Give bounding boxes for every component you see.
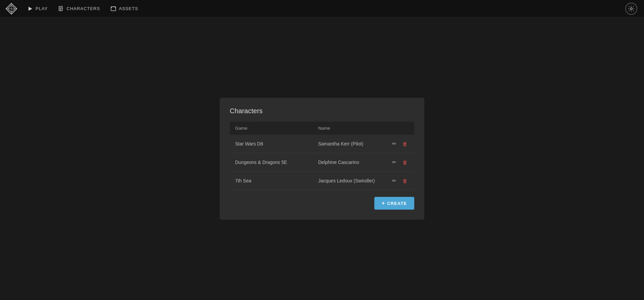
table-body: Star Wars D6 Samantha Kerr (Pilot) ✏ 🗑	[230, 135, 414, 190]
nav-item-characters[interactable]: CHARACTERS	[54, 3, 105, 14]
nav-item-play[interactable]: PLAY	[23, 3, 52, 14]
edit-button-3[interactable]: ✏	[391, 176, 398, 185]
play-icon	[28, 6, 33, 11]
settings-button[interactable]	[625, 3, 637, 15]
row-1-game: Star Wars D6	[230, 135, 313, 153]
trash-icon: 🗑	[402, 141, 408, 147]
table-row: 7th Sea Jacques Ledoux (Swindler) ✏ 🗑	[230, 172, 414, 190]
characters-icon	[58, 6, 64, 11]
table-header-row: Game Name	[230, 122, 414, 135]
create-button[interactable]: + CREATE	[374, 197, 414, 210]
delete-button-2[interactable]: 🗑	[401, 158, 409, 167]
edit-button-1[interactable]: ✏	[391, 139, 398, 148]
assets-icon	[111, 6, 116, 11]
panel-title: Characters	[230, 107, 414, 115]
edit-button-2[interactable]: ✏	[391, 158, 398, 167]
characters-panel: Characters Game Name Star Wars D6 Samant…	[220, 98, 424, 220]
app-logo[interactable]	[5, 3, 17, 15]
nav-items: PLAY CHARACTERS ASSETS	[23, 3, 143, 14]
table-row: Dungeons & Dragons 5E Delphine Cascarino…	[230, 153, 414, 172]
nav-assets-label: ASSETS	[119, 6, 138, 11]
plus-icon: +	[382, 200, 385, 206]
characters-table: Game Name Star Wars D6 Samantha Kerr (Pi…	[230, 122, 414, 190]
edit-icon: ✏	[392, 159, 396, 165]
panel-footer: + CREATE	[230, 197, 414, 210]
row-3-actions: ✏ 🗑	[384, 172, 414, 190]
delete-button-3[interactable]: 🗑	[401, 177, 409, 185]
col-header-actions	[384, 122, 414, 135]
table-row: Star Wars D6 Samantha Kerr (Pilot) ✏ 🗑	[230, 135, 414, 153]
create-button-label: CREATE	[387, 201, 407, 206]
row-3-name: Jacques Ledoux (Swindler)	[313, 172, 384, 190]
settings-icon	[628, 5, 635, 12]
col-header-game: Game	[230, 122, 313, 135]
trash-icon: 🗑	[402, 160, 408, 165]
main-content: Characters Game Name Star Wars D6 Samant…	[0, 17, 644, 300]
col-header-name: Name	[313, 122, 384, 135]
row-3-game: 7th Sea	[230, 172, 313, 190]
row-2-game: Dungeons & Dragons 5E	[230, 153, 313, 172]
nav-item-assets[interactable]: ASSETS	[106, 3, 143, 14]
svg-point-10	[630, 8, 632, 10]
svg-marker-4	[29, 7, 32, 11]
row-2-name: Delphine Cascarino	[313, 153, 384, 172]
edit-icon: ✏	[392, 178, 396, 184]
table-header: Game Name	[230, 122, 414, 135]
row-2-actions: ✏ 🗑	[384, 153, 414, 172]
trash-icon: 🗑	[402, 178, 408, 184]
edit-icon: ✏	[392, 141, 396, 147]
nav-characters-label: CHARACTERS	[66, 6, 100, 11]
nav-play-label: PLAY	[36, 6, 48, 11]
row-1-actions: ✏ 🗑	[384, 135, 414, 153]
navbar: PLAY CHARACTERS ASSETS	[0, 0, 644, 17]
row-1-name: Samantha Kerr (Pilot)	[313, 135, 384, 153]
delete-button-1[interactable]: 🗑	[401, 140, 409, 148]
